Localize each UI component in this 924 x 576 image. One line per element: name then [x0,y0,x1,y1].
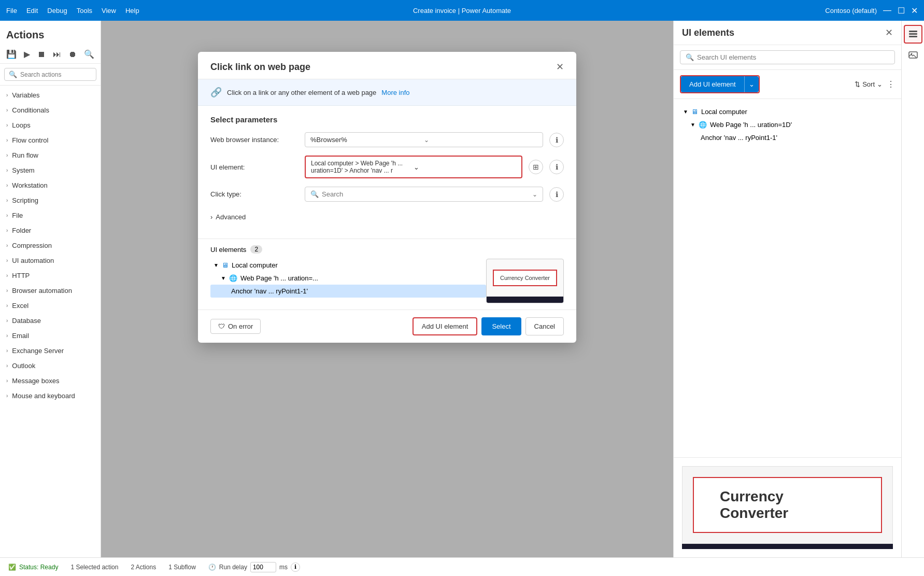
sidebar-item-label: Loops [12,121,30,129]
sidebar-item-system[interactable]: › System [0,163,101,178]
web-browser-dropdown[interactable]: %Browser% ⌄ [305,132,543,147]
save-button[interactable]: 💾 [4,47,19,61]
chevron-icon: › [6,243,8,248]
actions-search-box[interactable]: 🔍 [4,68,96,81]
sidebar-item-email[interactable]: › Email [0,328,101,343]
sidebar-item-file[interactable]: › File [0,208,101,223]
ui-elements-close-button[interactable]: ✕ [885,27,893,38]
click-type-info-button[interactable]: ℹ [549,187,564,202]
sort-icon: ⇅ [855,80,860,88]
sidebar-item-folder[interactable]: › Folder [0,223,101,238]
svg-rect-0 [909,31,917,32]
sidebar-item-run-flow[interactable]: › Run flow [0,148,101,163]
panel-anchor-label: Anchor 'nav ... ryPoint1-1' [690,134,777,142]
sidebar-item-http[interactable]: › HTTP [0,268,101,283]
search-actions-button[interactable]: 🔍 [82,47,96,61]
sidebar-item-label: Flow control [12,136,48,144]
panel-tree-webpage[interactable]: ▼ 🌐 Web Page 'h ... uration=1D' [680,118,895,131]
ui-elements-search-box[interactable]: 🔍 [680,50,895,64]
ui-element-layers-button[interactable]: ⊞ [529,160,543,174]
sidebar-item-label: Database [12,317,41,325]
run-delay-info-button[interactable]: ℹ [291,563,300,572]
chevron-icon: › [6,333,8,339]
status-ready: ✅ Status: Ready [8,564,58,571]
sidebar-item-browser-automation[interactable]: › Browser automation [0,283,101,298]
close-button[interactable]: ✕ [911,6,918,16]
modal-title: Click link on web page [210,62,310,73]
modal-close-button[interactable]: ✕ [556,61,564,73]
ui-element-dropdown[interactable]: Local computer > Web Page 'h ... uration… [305,156,522,178]
actions-search-input[interactable] [20,71,92,78]
menu-view[interactable]: View [102,7,116,15]
minimize-button[interactable]: — [883,6,891,16]
sort-button[interactable]: ⇅ Sort ⌄ [855,80,883,88]
monitor-icon: 🖥 [222,261,229,269]
sidebar-item-conditionals[interactable]: › Conditionals [0,103,101,118]
sidebar-item-label: Outlook [12,362,35,370]
more-info-link[interactable]: More info [381,89,409,96]
tree-webpage-label: Web Page 'h ... uration=... [240,274,318,282]
sidebar-item-ui-automation[interactable]: › UI automation [0,253,101,268]
cancel-button[interactable]: Cancel [525,317,564,335]
sidebar-item-flow-control[interactable]: › Flow control [0,133,101,148]
menu-bar[interactable]: File Edit Debug Tools View Help [6,7,139,15]
sidebar-item-loops[interactable]: › Loops [0,118,101,133]
menu-debug[interactable]: Debug [47,7,67,15]
sidebar-item-excel[interactable]: › Excel [0,298,101,313]
ui-element-info-button[interactable]: ℹ [549,160,564,174]
sidebar-item-database[interactable]: › Database [0,313,101,328]
ui-tree-section: ▼ 🖥 Local computer ▼ 🌐 Web Page 'h ... u… [210,259,564,303]
chevron-down-icon: ▼ [221,275,226,281]
click-type-input[interactable] [322,190,532,198]
title-bar: File Edit Debug Tools View Help Create i… [0,0,924,21]
image-icon [908,50,918,60]
tree-anchor[interactable]: Anchor 'nav ... ryPoint1-1' [210,285,486,298]
stop-button[interactable]: ⏹ [35,47,48,61]
add-ui-element-button[interactable]: Add UI element [413,317,478,335]
sidebar-item-label: System [12,166,34,174]
web-browser-info-button[interactable]: ℹ [549,133,564,147]
run-button[interactable]: ▶ [22,47,32,61]
next-step-button[interactable]: ⏭ [51,47,63,61]
sidebar-item-compression[interactable]: › Compression [0,238,101,253]
sidebar-item-workstation[interactable]: › Workstation [0,178,101,193]
maximize-button[interactable]: ☐ [898,6,905,16]
panel-tree-anchor[interactable]: Anchor 'nav ... ryPoint1-1' [680,131,895,144]
actions-panel: Actions 💾 ▶ ⏹ ⏭ ⏺ 🔍 🔍 › Variables › Cond… [0,21,101,557]
advanced-toggle[interactable]: › Advanced [210,210,564,224]
menu-tools[interactable]: Tools [77,7,92,15]
on-error-button[interactable]: 🛡 On error [210,319,261,334]
images-panel-toggle[interactable] [904,46,922,64]
add-ui-container: Add UI element ⌄ [680,75,760,93]
record-button[interactable]: ⏺ [66,47,79,61]
currency-mini-preview: Currency Converter [493,270,557,286]
menu-file[interactable]: File [6,7,17,15]
ui-elements-search-input[interactable] [697,53,889,61]
sidebar-item-variables[interactable]: › Variables [0,88,101,103]
sidebar-item-scripting[interactable]: › Scripting [0,193,101,208]
sidebar-item-message-boxes[interactable]: › Message boxes [0,373,101,388]
svg-rect-1 [909,33,917,35]
sidebar-item-outlook[interactable]: › Outlook [0,358,101,373]
sidebar-item-mouse-keyboard[interactable]: › Mouse and keyboard [0,388,101,403]
run-delay-input[interactable] [250,562,276,572]
user-account[interactable]: Contoso (default) [825,7,877,15]
panel-tree-local-computer[interactable]: ▼ 🖥 Local computer [680,105,895,118]
add-ui-element-dropdown-button[interactable]: ⌄ [744,76,759,92]
select-button[interactable]: Select [481,317,521,335]
shield-icon: 🛡 [218,322,225,330]
tree-local-computer[interactable]: ▼ 🖥 Local computer [210,259,486,272]
sidebar-item-exchange-server[interactable]: › Exchange Server [0,343,101,358]
layers-icon [908,29,918,39]
ui-elements-panel-toggle[interactable] [904,25,922,44]
chevron-icon: › [6,107,8,113]
ui-element-value: Local computer > Web Page 'h ... uration… [311,160,414,174]
menu-help[interactable]: Help [125,7,139,15]
tree-webpage[interactable]: ▼ 🌐 Web Page 'h ... uration=... [210,272,486,285]
more-options-button[interactable]: ⋮ [887,79,895,89]
ui-elements-tree: ▼ 🖥 Local computer ▼ 🌐 Web Page 'h ... u… [674,99,901,457]
add-ui-element-panel-button[interactable]: Add UI element [681,76,744,92]
click-type-search[interactable]: 🔍 ⌄ [305,187,543,202]
menu-edit[interactable]: Edit [26,7,38,15]
modal-header: Click link on web page ✕ [198,52,576,79]
